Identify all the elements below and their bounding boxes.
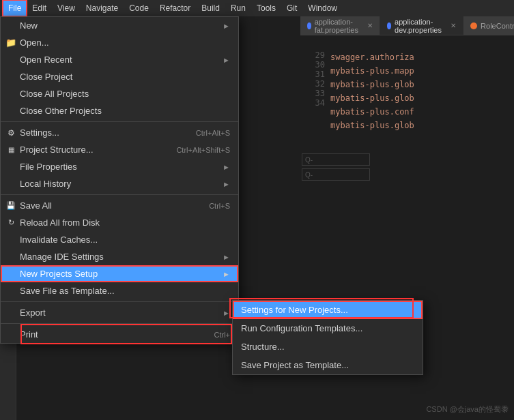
submenu-save-as-template-label: Save Project as Template... <box>241 360 349 370</box>
menu-close-all-projects[interactable]: Close All Projects <box>1 85 238 102</box>
code-line-34: mybatis-plus.glob <box>330 119 514 132</box>
menu-new-label: New <box>20 20 38 31</box>
divider-3 <box>1 301 238 302</box>
tab-bar: ► sources ► ⚙ application-dev.properties… <box>300 16 514 35</box>
menu-save-all[interactable]: 💾 Save All Ctrl+S <box>1 197 238 214</box>
search-icon-1: Q- <box>305 156 313 164</box>
menu-bar: File Edit View Navigate Code Refactor Bu… <box>0 0 514 16</box>
file-properties-arrow: ► <box>223 163 230 171</box>
menu-close-all-label: Close All Projects <box>20 89 89 99</box>
menu-manage-ide-label: Manage IDE Settings <box>20 252 104 262</box>
menu-project-structure-label: Project Structure... <box>20 145 94 155</box>
menu-close-project[interactable]: Close Project <box>1 68 238 85</box>
settings-icon: ⚙ <box>5 128 17 138</box>
local-history-arrow: ► <box>223 180 230 188</box>
divider-1 <box>1 121 238 122</box>
tab-icon-dev <box>387 22 391 29</box>
menu-manage-ide[interactable]: Manage IDE Settings ► <box>1 248 238 265</box>
divider-2 <box>1 194 238 195</box>
menu-local-history-label: Local History <box>20 179 71 189</box>
tab-label-fat: application-fat.properties <box>315 18 362 34</box>
menu-refactor[interactable]: Refactor <box>154 0 196 16</box>
menu-new[interactable]: New ► <box>1 17 238 34</box>
menu-new-projects-label: New Projects Setup <box>20 269 98 279</box>
reload-icon: ↻ <box>5 218 17 227</box>
menu-open[interactable]: 📁 Open... <box>1 34 238 51</box>
code-line-33: mybatis-plus.conf <box>330 105 514 119</box>
save-all-icon: 💾 <box>5 201 17 210</box>
menu-open-recent-label: Open Recent <box>20 55 72 65</box>
search-bar-1[interactable]: Q- <box>302 153 370 166</box>
watermark: CSDN @会java的怪蜀黍 <box>426 404 509 415</box>
menu-export[interactable]: Export ► <box>1 304 238 321</box>
menu-reload[interactable]: ↻ Reload All from Disk <box>1 214 238 231</box>
submenu-new-projects: Settings for New Projects... Run Configu… <box>232 300 423 375</box>
menu-local-history[interactable]: Local History ► <box>1 175 238 192</box>
menu-file-properties[interactable]: File Properties ► <box>1 158 238 175</box>
submenu-settings-label: Settings for New Projects... <box>241 305 348 315</box>
open-icon: 📁 <box>5 38 17 48</box>
open-recent-arrow: ► <box>223 56 230 64</box>
menu-save-all-label: Save All <box>20 200 52 211</box>
menu-open-label: Open... <box>20 38 49 48</box>
menu-new-projects-setup[interactable]: New Projects Setup ► <box>1 265 238 282</box>
submenu-structure-label: Structure... <box>241 342 285 352</box>
menu-settings[interactable]: ⚙ Settings... Ctrl+Alt+S <box>1 124 238 141</box>
menu-invalidate-label: Invalidate Caches... <box>20 235 98 245</box>
line-numbers: 29 30 31 32 33 34 <box>300 48 328 108</box>
menu-open-recent[interactable]: Open Recent ► <box>1 51 238 68</box>
manage-ide-arrow: ► <box>223 253 230 261</box>
menu-view[interactable]: View <box>52 0 81 16</box>
tab-icon-role <box>470 22 477 29</box>
tab-close-fat[interactable]: ✕ <box>367 22 373 29</box>
menu-edit[interactable]: Edit <box>27 0 52 16</box>
menu-file-properties-label: File Properties <box>20 162 77 172</box>
file-menu: New ► 📁 Open... Open Recent ► Close Proj… <box>0 16 239 344</box>
new-projects-arrow: ► <box>223 270 230 278</box>
menu-close-other-projects[interactable]: Close Other Projects <box>1 102 238 119</box>
code-line-30: mybatis-plus.mapp <box>330 64 514 78</box>
code-line-31: mybatis-plus.glob <box>330 78 514 91</box>
tab-app-fat[interactable]: application-fat.properties ✕ <box>300 16 380 35</box>
divider-4 <box>1 323 238 324</box>
menu-save-template[interactable]: Save File as Template... <box>1 282 238 299</box>
code-line-29: swagger.authoriza <box>330 50 514 64</box>
menu-tools[interactable]: Tools <box>251 0 281 16</box>
search-bar-2[interactable]: Q- <box>302 168 370 181</box>
menu-build[interactable]: Build <box>196 0 225 16</box>
menu-close-other-label: Close Other Projects <box>20 106 102 116</box>
menu-settings-label: Settings... <box>20 127 59 138</box>
tab-app-dev[interactable]: application-dev.properties ✕ <box>380 16 463 35</box>
menu-close-project-label: Close Project <box>20 72 72 82</box>
submenu-run-config-label: Run Configuration Templates... <box>241 323 362 333</box>
menu-window[interactable]: Window <box>302 0 343 16</box>
tab-label-role: RoleControllerActivator.java <box>481 22 514 30</box>
new-arrow: ► <box>223 22 230 30</box>
menu-print[interactable]: Print Ctrl+ <box>1 326 238 343</box>
submenu-structure[interactable]: Structure... <box>233 338 423 356</box>
code-content: swagger.authoriza mybatis-plus.mapp myba… <box>330 48 514 132</box>
project-structure-icon: ▦ <box>5 146 17 153</box>
menu-code[interactable]: Code <box>124 0 154 16</box>
project-structure-shortcut: Ctrl+Alt+Shift+S <box>162 146 230 154</box>
menu-print-label: Print <box>20 329 38 340</box>
settings-shortcut: Ctrl+Alt+S <box>182 129 230 137</box>
menu-git[interactable]: Git <box>281 0 302 16</box>
save-all-shortcut: Ctrl+S <box>195 202 230 210</box>
menu-run[interactable]: Run <box>225 0 251 16</box>
submenu-settings-new-projects[interactable]: Settings for New Projects... <box>233 301 423 319</box>
submenu-run-config[interactable]: Run Configuration Templates... <box>233 319 423 338</box>
tab-close-dev[interactable]: ✕ <box>451 22 456 29</box>
menu-invalidate-caches[interactable]: Invalidate Caches... <box>1 231 238 248</box>
print-shortcut: Ctrl+ <box>200 331 230 339</box>
menu-project-structure[interactable]: ▦ Project Structure... Ctrl+Alt+Shift+S <box>1 141 238 158</box>
submenu-save-as-template[interactable]: Save Project as Template... <box>233 356 423 374</box>
tab-icon-fat <box>307 22 311 29</box>
menu-reload-label: Reload All from Disk <box>20 217 100 228</box>
search-icon-2: Q- <box>305 171 313 179</box>
menu-navigate[interactable]: Navigate <box>81 0 124 16</box>
menu-export-label: Export <box>20 308 46 318</box>
menu-file[interactable]: File <box>3 0 27 16</box>
code-line-32: mybatis-plus.glob <box>330 91 514 105</box>
tab-role-controller[interactable]: RoleControllerActivator.java ✕ <box>463 16 514 35</box>
